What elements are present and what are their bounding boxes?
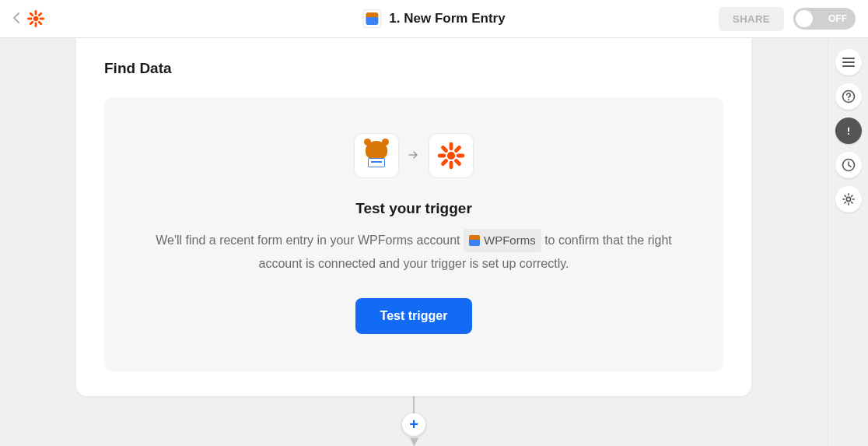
zapier-logo-icon[interactable] (26, 9, 45, 28)
panel-description: We'll find a recent form entry in your W… (134, 230, 694, 275)
status-button[interactable] (835, 118, 862, 144)
section-heading: Find Data (104, 60, 723, 77)
svg-point-22 (847, 133, 849, 135)
svg-point-9 (447, 152, 455, 160)
svg-rect-11 (450, 161, 453, 170)
svg-rect-14 (453, 145, 462, 153)
svg-rect-6 (29, 20, 34, 26)
svg-point-0 (33, 16, 38, 21)
step-title[interactable]: 1. New Form Entry (389, 11, 505, 26)
svg-rect-4 (40, 18, 45, 20)
trigger-app-icon (354, 133, 399, 178)
svg-rect-13 (457, 154, 465, 158)
header-title-wrap: 1. New Form Entry (362, 9, 505, 28)
desc-text-1: We'll find a recent form entry in your W… (156, 234, 464, 247)
wpforms-app-icon (362, 9, 381, 28)
account-chip-label: WPForms (484, 230, 536, 251)
svg-rect-5 (37, 12, 43, 17)
app-header: 1. New Form Entry SHARE OFF (0, 0, 868, 38)
back-chevron-icon[interactable] (12, 10, 20, 28)
zapier-app-icon (429, 133, 474, 178)
toggle-label: OFF (828, 13, 853, 24)
account-chip[interactable]: WPForms (464, 229, 541, 252)
zap-toggle[interactable]: OFF (793, 8, 856, 30)
connector-arrow-icon: ▾ (410, 436, 418, 446)
test-trigger-button[interactable]: Test trigger (355, 298, 473, 334)
svg-rect-15 (440, 158, 449, 167)
svg-rect-12 (438, 154, 446, 158)
svg-rect-10 (450, 142, 453, 151)
svg-rect-1 (35, 10, 37, 16)
svg-rect-7 (29, 12, 34, 17)
svg-rect-17 (453, 158, 462, 167)
svg-point-19 (848, 99, 849, 100)
help-button[interactable] (835, 83, 862, 110)
right-rail (828, 38, 868, 446)
wpforms-chip-icon (469, 235, 480, 246)
wpforms-bear-icon (362, 141, 391, 170)
editor-canvas: Find Data (0, 38, 828, 446)
trigger-step-card: Find Data (76, 38, 751, 396)
outline-button[interactable] (835, 49, 862, 76)
svg-rect-3 (27, 18, 33, 20)
header-right: SHARE OFF (719, 7, 856, 31)
svg-rect-2 (35, 23, 37, 28)
history-button[interactable] (835, 152, 862, 178)
panel-title: Test your trigger (132, 200, 695, 217)
connector-line (413, 396, 415, 413)
toggle-knob-icon (796, 10, 813, 27)
test-trigger-panel: Test your trigger We'll find a recent fo… (104, 97, 723, 371)
svg-rect-16 (440, 145, 449, 153)
share-button[interactable]: SHARE (719, 7, 784, 31)
app-flow-icons (132, 133, 695, 178)
settings-button[interactable] (835, 186, 862, 212)
arrow-right-icon (408, 149, 419, 163)
header-left (12, 9, 45, 28)
svg-rect-21 (848, 128, 849, 132)
svg-rect-8 (37, 20, 43, 26)
svg-point-24 (846, 197, 850, 201)
